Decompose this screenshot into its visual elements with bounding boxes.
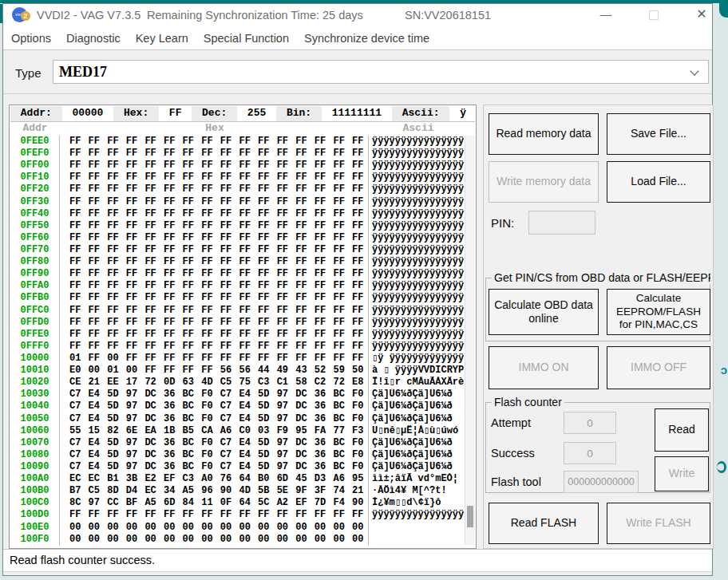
hex-row-bytes[interactable]: FF FF FF FF FF FF FF FF FF FF FF FF FF F… (60, 183, 369, 195)
hex-table-row[interactable]: 0FF20FF FF FF FF FF FF FF FF FF FF FF FF… (10, 183, 466, 195)
hex-row-address[interactable]: 10040 (10, 400, 60, 412)
hex-table-row[interactable]: 0FFB0FF FF FF FF FF FF FF FF FF FF FF FF… (10, 292, 466, 304)
hex-table-row[interactable]: 100A0EC EC B1 3B E2 EF C3 A0 76 64 B0 6D… (10, 473, 466, 485)
hex-row-bytes[interactable]: FF FF FF FF FF FF FF FF FF FF FF FF FF F… (60, 160, 369, 172)
immo-off-button[interactable]: IMMO OFF (607, 346, 710, 389)
hex-row-bytes[interactable]: 00 00 00 00 00 00 00 00 00 00 00 00 00 0… (60, 522, 369, 534)
hex-table-row[interactable]: 0FF90FF FF FF FF FF FF FF FF FF FF FF FF… (10, 268, 466, 280)
hex-table-row[interactable]: 10040C7 E4 5D 97 DC 36 BC F0 C7 E4 5D 97… (10, 400, 466, 412)
hex-row-ascii[interactable]: ▯ÿ ÿÿÿÿÿÿÿÿÿÿÿÿÿ (369, 353, 466, 365)
hex-table-row[interactable]: 10070C7 E4 5D 97 DC 36 BC F0 C7 E4 5D 97… (10, 437, 466, 449)
hex-row-address[interactable]: 0FF60 (10, 232, 60, 244)
hex-row-address[interactable]: 100E0 (10, 522, 60, 534)
hex-table-row[interactable]: 0FF50FF FF FF FF FF FF FF FF FF FF FF FF… (10, 220, 466, 232)
hex-row-bytes[interactable]: 55 15 82 6E EA 1B B5 CA A6 C0 03 F9 95 F… (60, 425, 369, 437)
hex-row-bytes[interactable]: FF FF FF FF FF FF FF FF FF FF FF FF FF F… (60, 148, 369, 160)
hex-row-address[interactable]: 0FFF0 (10, 341, 60, 353)
hex-row-bytes[interactable]: 00 00 00 00 00 00 00 00 00 00 00 00 00 0… (60, 534, 369, 546)
hex-table-row[interactable]: 100C08C 97 CC BF A5 6D 84 11 0F 64 5C A2… (10, 497, 466, 509)
hex-row-bytes[interactable]: FF FF FF FF FF FF FF FF FF FF FF FF FF F… (60, 196, 369, 208)
hex-row-address[interactable]: 10090 (10, 461, 60, 473)
hex-row-bytes[interactable]: FF FF FF FF FF FF FF FF FF FF FF FF FF F… (60, 268, 369, 280)
flash-counter-read-button[interactable]: Read (655, 408, 709, 452)
hex-row-bytes[interactable]: 8C 97 CC BF A5 6D 84 11 0F 64 5C A2 EF 7… (60, 497, 369, 509)
read-memory-data-button[interactable]: Read memory data (489, 113, 599, 155)
hex-row-ascii[interactable]: ÿÿÿÿÿÿÿÿÿÿÿÿÿÿÿÿ (369, 329, 466, 341)
hex-row-ascii[interactable]: ÿÿÿÿÿÿÿÿÿÿÿÿÿÿÿÿ (369, 341, 466, 353)
hex-row-address[interactable]: 0FFC0 (10, 305, 60, 317)
hex-row-ascii[interactable]: ÿÿÿÿÿÿÿÿÿÿÿÿÿÿÿÿ (369, 509, 466, 521)
hex-row-address[interactable]: 10050 (10, 413, 60, 425)
hex-table-row[interactable]: 10090C7 E4 5D 97 DC 36 BC F0 C7 E4 5D 97… (10, 461, 466, 473)
hex-table-row[interactable]: 100E000 00 00 00 00 00 00 00 00 00 00 00… (10, 522, 466, 534)
hex-row-address[interactable]: 0FFD0 (10, 317, 60, 329)
hex-row-ascii[interactable]: ÿÿÿÿÿÿÿÿÿÿÿÿÿÿÿÿ (369, 280, 466, 292)
hex-row-bytes[interactable]: C7 E4 5D 97 DC 36 BC F0 C7 E4 5D 97 DC 3… (60, 413, 369, 425)
hex-table-row[interactable]: 0FFE0FF FF FF FF FF FF FF FF FF FF FF FF… (10, 329, 466, 341)
hex-row-ascii[interactable] (369, 522, 466, 534)
hex-row-bytes[interactable]: C7 E4 5D 97 DC 36 BC F0 C7 E4 5D 97 DC 3… (60, 389, 369, 400)
close-button[interactable]: ✕ (688, 4, 715, 26)
hex-row-address[interactable]: 10080 (10, 449, 60, 461)
hex-row-ascii[interactable]: ·ÅÔì4¥ M[^?t! (369, 485, 466, 497)
hex-row-address[interactable]: 100D0 (10, 509, 60, 521)
hex-row-address[interactable]: 100C0 (10, 497, 60, 509)
hex-row-bytes[interactable]: FF FF FF FF FF FF FF FF FF FF FF FF FF F… (60, 341, 369, 353)
hex-table-row[interactable]: 0FFC0FF FF FF FF FF FF FF FF FF FF FF FF… (10, 305, 466, 317)
attempt-input[interactable]: 0 (564, 412, 616, 434)
hex-row-ascii[interactable]: ÿÿÿÿÿÿÿÿÿÿÿÿÿÿÿÿ (369, 268, 466, 280)
hex-row-bytes[interactable]: B7 C5 8D D4 EC 34 A5 96 90 4D 5B 5E 9F 3… (60, 485, 369, 497)
hex-row-bytes[interactable]: 01 FF 00 FF FF FF FF FF FF FF FF FF FF F… (60, 353, 369, 365)
hex-table-row[interactable]: 0FF80FF FF FF FF FF FF FF FF FF FF FF FF… (10, 256, 466, 268)
hex-table-row[interactable]: 100B0B7 C5 8D D4 EC 34 A5 96 90 4D 5B 5E… (10, 485, 466, 497)
hex-row-address[interactable]: 0FF30 (10, 196, 60, 208)
hex-row-ascii[interactable]: Ì¿¥m▯▯d\¢ï}ô (369, 497, 466, 509)
load-file-button[interactable]: Load File... (607, 161, 710, 203)
hex-row-address[interactable]: 10060 (10, 425, 60, 437)
write-flash-button[interactable]: Write FLASH (607, 503, 710, 544)
hex-table-row[interactable]: 0FF40FF FF FF FF FF FF FF FF FF FF FF FF… (10, 208, 466, 220)
hex-row-ascii[interactable]: Î!î▯r cMÅuÃÁXÂrè (369, 377, 466, 389)
hex-table-row[interactable]: 10050C7 E4 5D 97 DC 36 BC F0 C7 E4 5D 97… (10, 413, 466, 425)
hex-row-ascii[interactable]: ÿÿÿÿÿÿÿÿÿÿÿÿÿÿÿÿ (369, 292, 466, 304)
hex-table-row[interactable]: 0FF60FF FF FF FF FF FF FF FF FF FF FF FF… (10, 232, 466, 244)
hex-row-bytes[interactable]: FF FF FF FF FF FF FF FF FF FF FF FF FF F… (60, 292, 369, 304)
hex-row-address[interactable]: 0FEE0 (10, 136, 60, 148)
menu-key-learn[interactable]: Key Learn (136, 32, 188, 45)
hex-row-address[interactable]: 0FF70 (10, 244, 60, 256)
hex-row-ascii[interactable]: ÿÿÿÿÿÿÿÿÿÿÿÿÿÿÿÿ (369, 208, 466, 220)
hex-row-bytes[interactable]: FF FF FF FF FF FF FF FF FF FF FF FF FF F… (60, 280, 369, 292)
hex-row-address[interactable]: 0FF90 (10, 268, 60, 280)
hex-table-row[interactable]: 10080C7 E4 5D 97 DC 36 BC F0 C7 E4 5D 97… (10, 449, 466, 461)
hex-row-address[interactable]: 0FF00 (10, 160, 60, 172)
flash-counter-write-button[interactable]: Write (655, 456, 709, 491)
hex-row-ascii[interactable]: ÿÿÿÿÿÿÿÿÿÿÿÿÿÿÿÿ (369, 196, 466, 208)
menu-options[interactable]: Options (11, 32, 51, 45)
write-memory-data-button[interactable]: Write memory data (489, 161, 599, 203)
read-flash-button[interactable]: Read FLASH (489, 503, 599, 544)
hex-table-row[interactable]: 0FF70FF FF FF FF FF FF FF FF FF FF FF FF… (10, 244, 466, 256)
minimize-button[interactable]: — (592, 4, 619, 26)
hex-row-bytes[interactable]: CE 21 EE 17 72 0D 63 4D C5 75 C3 C1 58 C… (60, 377, 369, 389)
hex-row-address[interactable]: 0FEF0 (10, 148, 60, 160)
hex-row-address[interactable]: 100F0 (10, 534, 60, 546)
hex-table-row[interactable]: 0FFA0FF FF FF FF FF FF FF FF FF FF FF FF… (10, 280, 466, 292)
hex-table-row[interactable]: 0FEE0FF FF FF FF FF FF FF FF FF FF FF FF… (10, 136, 466, 148)
hex-row-bytes[interactable]: C7 E4 5D 97 DC 36 BC F0 C7 E4 5D 97 DC 3… (60, 461, 369, 473)
hex-row-address[interactable]: 0FFA0 (10, 280, 60, 292)
hex-row-bytes[interactable]: FF FF FF FF FF FF FF FF FF FF FF FF FF F… (60, 208, 369, 220)
hex-row-bytes[interactable]: FF FF FF FF FF FF FF FF FF FF FF FF FF F… (60, 244, 369, 256)
hex-table-row[interactable]: 10020CE 21 EE 17 72 0D 63 4D C5 75 C3 C1… (10, 377, 466, 389)
hex-table-row[interactable]: 100F000 00 00 00 00 00 00 00 00 00 00 00… (10, 534, 466, 546)
hex-row-address[interactable]: 0FF20 (10, 183, 60, 195)
hex-row-bytes[interactable]: FF FF FF FF FF FF FF FF FF FF FF FF FF F… (60, 172, 369, 183)
calculate-obd-data-online-button[interactable]: Calculate OBD data online (489, 289, 599, 335)
hex-row-address[interactable]: 0FFE0 (10, 329, 60, 341)
hex-row-ascii[interactable]: ÿÿÿÿÿÿÿÿÿÿÿÿÿÿÿÿ (369, 317, 466, 329)
hex-scrollbar-thumb[interactable] (467, 506, 473, 527)
success-input[interactable]: 0 (564, 442, 616, 464)
hex-table-row[interactable]: 0FFF0FF FF FF FF FF FF FF FF FF FF FF FF… (10, 341, 466, 353)
hex-row-bytes[interactable]: EC EC B1 3B E2 EF C3 A0 76 64 B0 6D 45 D… (60, 473, 369, 485)
hex-row-ascii[interactable]: ÿÿÿÿÿÿÿÿÿÿÿÿÿÿÿÿ (369, 172, 466, 183)
hex-row-ascii[interactable]: à ▯ ÿÿÿÿVVDICRYP (369, 365, 466, 377)
